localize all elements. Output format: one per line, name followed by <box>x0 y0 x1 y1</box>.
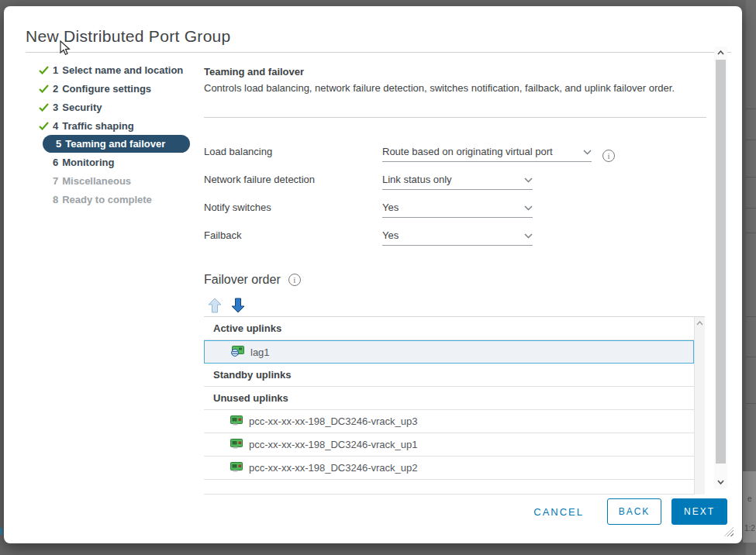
uplink-row-vrack-up2[interactable]: pcc-xx-xx-xx-198_DC3246-vrack_up2 <box>204 457 694 480</box>
uplink-row-vrack-up3[interactable]: pcc-xx-xx-xx-198_DC3246-vrack_up3 <box>204 410 694 433</box>
content-scrollbar[interactable] <box>714 47 727 488</box>
step-label: Teaming and failover <box>65 138 165 150</box>
failover-order-heading: Failover order i <box>204 273 301 287</box>
network-failure-detection-value: Link status only <box>382 174 452 185</box>
uplink-row-vrack-up1[interactable]: pcc-xx-xx-xx-198_DC3246-vrack_up1 <box>204 433 694 457</box>
failover-order-title: Failover order <box>204 273 281 287</box>
wizard-steps-sidebar: 1 Select name and location 2 Configure s… <box>39 60 194 209</box>
failback-row: Failback Yes <box>204 222 706 250</box>
uplink-group-header-active: Active uplinks <box>204 317 694 340</box>
background-peek-text-bottom: 1:2 <box>744 524 755 533</box>
scroll-up-button[interactable] <box>714 47 727 59</box>
table-scrollbar[interactable] <box>694 317 705 495</box>
failover-move-controls <box>207 297 246 313</box>
failback-select[interactable]: Yes <box>382 226 533 246</box>
chevron-down-icon <box>524 174 533 185</box>
notify-switches-value: Yes <box>382 202 399 213</box>
info-icon[interactable]: i <box>602 150 615 162</box>
background-peek-text-top: e <box>747 495 752 503</box>
failback-label: Failback <box>204 222 382 250</box>
step-label: Security <box>62 102 102 113</box>
chevron-down-icon <box>524 202 533 213</box>
teaming-settings-form: Load balancing Route based on originatin… <box>204 138 706 250</box>
step-number: 7 <box>53 175 58 187</box>
step-number: 6 <box>53 157 58 168</box>
wizard-step-teaming-and-failover[interactable]: 5 Teaming and failover <box>43 135 190 153</box>
notify-switches-select[interactable]: Yes <box>382 198 533 218</box>
load-balancing-value: Route based on originating virtual port <box>382 146 553 157</box>
wizard-step-configure-settings[interactable]: 2 Configure settings <box>39 79 194 98</box>
background-panel-strip: e 1:2 <box>743 471 756 543</box>
wizard-step-ready-to-complete: 8 Ready to complete <box>39 190 194 209</box>
wizard-step-traffic-shaping[interactable]: 4 Traffic shaping <box>39 116 194 135</box>
dialog-title: New Distributed Port Group <box>26 27 231 46</box>
uplink-label: pcc-xx-xx-xx-198_DC3246-vrack_up3 <box>249 415 417 427</box>
uplink-row-lag1[interactable]: lag1 <box>204 340 694 364</box>
step-label: Configure settings <box>62 83 151 95</box>
chevron-down-icon <box>524 229 533 241</box>
chevron-down-icon <box>583 146 592 157</box>
scroll-down-button[interactable] <box>714 476 727 488</box>
step-number: 4 <box>53 120 58 132</box>
uplink-group-header-unused: Unused uplinks <box>204 387 694 410</box>
content-divider <box>204 117 706 118</box>
step-number: 5 <box>56 138 61 150</box>
info-icon[interactable]: i <box>288 274 301 286</box>
step-number: 8 <box>53 194 58 205</box>
wizard-step-select-name-and-location[interactable]: 1 Select name and location <box>39 60 194 79</box>
uplink-label: lag1 <box>250 346 270 358</box>
step-label: Ready to complete <box>62 194 152 205</box>
title-divider <box>26 52 731 53</box>
wizard-step-security[interactable]: 3 Security <box>39 98 194 116</box>
new-distributed-port-group-dialog: New Distributed Port Group 1 Select name… <box>4 6 742 543</box>
step-label: Miscellaneous <box>62 175 131 187</box>
notify-switches-label: Notify switches <box>204 194 382 222</box>
move-down-button[interactable] <box>230 297 246 313</box>
background-blue-mark <box>0 528 2 535</box>
nic-icon <box>230 462 243 474</box>
network-failure-detection-label: Network failure detection <box>204 166 382 194</box>
next-button[interactable]: NEXT <box>671 498 727 525</box>
step-number: 3 <box>53 102 58 113</box>
step-label: Select name and location <box>62 64 183 76</box>
page-description: Controls load balancing, network failure… <box>204 79 712 98</box>
cancel-button[interactable]: CANCEL <box>533 506 584 518</box>
step-number: 1 <box>53 64 58 76</box>
network-failure-detection-row: Network failure detection Link status on… <box>204 166 706 194</box>
dialog-footer: CANCEL BACK NEXT <box>533 498 727 525</box>
wizard-step-miscellaneous: 7 Miscellaneous <box>39 171 194 190</box>
check-icon <box>39 84 53 93</box>
uplink-label: pcc-xx-xx-xx-198_DC3246-vrack_up1 <box>249 439 417 450</box>
notify-switches-row: Notify switches Yes <box>204 194 706 222</box>
uplink-label: pcc-xx-xx-xx-198_DC3246-vrack_up2 <box>249 462 417 474</box>
nic-icon <box>230 415 243 428</box>
check-icon <box>39 66 53 74</box>
table-empty-row <box>204 480 694 495</box>
check-icon <box>39 122 53 130</box>
check-icon <box>39 103 53 112</box>
load-balancing-select[interactable]: Route based on originating virtual port <box>382 142 592 162</box>
wizard-step-monitoring[interactable]: 6 Monitoring <box>39 153 194 171</box>
failback-value: Yes <box>382 229 399 241</box>
nic-icon <box>230 439 243 451</box>
uplink-group-header-standby: Standby uplinks <box>204 364 694 387</box>
step-number: 2 <box>53 83 58 95</box>
lag-icon <box>231 346 244 359</box>
step-label: Monitoring <box>62 157 114 168</box>
move-up-button[interactable] <box>207 297 223 313</box>
failover-order-table: Active uplinks lag1 Standby uplinks Unus… <box>204 316 705 495</box>
back-button[interactable]: BACK <box>607 498 661 525</box>
network-failure-detection-select[interactable]: Link status only <box>382 170 533 190</box>
dialog-resize-handle[interactable] <box>724 527 734 536</box>
step-label: Traffic shaping <box>62 120 133 132</box>
load-balancing-row: Load balancing Route based on originatin… <box>204 138 706 166</box>
scrollbar-thumb[interactable] <box>716 60 726 464</box>
page-heading: Teaming and failover <box>204 66 304 78</box>
load-balancing-label: Load balancing <box>204 138 382 166</box>
